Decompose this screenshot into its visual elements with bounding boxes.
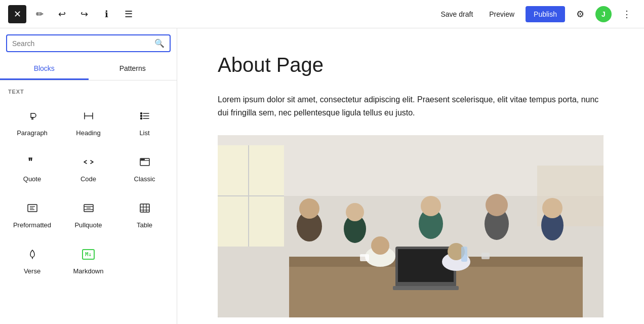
block-table[interactable]: Table — [116, 191, 173, 237]
pullquote-label: Pullquote — [74, 221, 102, 229]
svg-point-4 — [140, 115, 142, 117]
search-box: 🔍 — [6, 34, 171, 52]
close-button[interactable]: ✕ — [8, 5, 26, 23]
code-label: Code — [80, 175, 96, 183]
pullquote-icon — [79, 199, 98, 217]
heading-label: Heading — [76, 129, 100, 137]
preview-button[interactable]: Preview — [484, 7, 519, 21]
undo-button[interactable]: ↩ — [53, 5, 71, 23]
svg-point-3 — [140, 113, 142, 114]
main-content: 🔍 Blocks Patterns TEXT Paragraph Heading — [0, 28, 644, 324]
menu-icon: ☰ — [125, 9, 133, 20]
edit-button[interactable]: ✏ — [30, 5, 49, 23]
svg-rect-37 — [393, 286, 459, 290]
publish-button[interactable]: Publish — [526, 6, 565, 22]
block-list[interactable]: List — [116, 99, 173, 145]
block-quote[interactable]: " Quote — [4, 145, 60, 191]
preformatted-label: Preformatted — [13, 221, 51, 229]
blocks-grid: Paragraph Heading List " — [0, 99, 177, 283]
page-title: About Page — [218, 53, 603, 77]
info-button[interactable]: ℹ — [97, 5, 115, 23]
classic-icon — [136, 153, 154, 171]
table-label: Table — [137, 221, 152, 229]
search-input[interactable] — [12, 39, 150, 48]
svg-point-9 — [141, 159, 142, 160]
more-button[interactable]: ⋮ — [618, 5, 636, 23]
block-heading[interactable]: Heading — [60, 99, 116, 145]
markdown-label: Markdown — [73, 267, 104, 275]
markdown-icon: M↓ — [79, 245, 98, 263]
info-icon: ℹ — [105, 9, 108, 20]
svg-point-49 — [371, 236, 389, 255]
toolbar-left: ✕ ✏ ↩ ↪ ℹ ☰ — [8, 5, 138, 23]
block-preformatted[interactable]: Preformatted — [4, 191, 60, 237]
quote-label: Quote — [23, 175, 41, 183]
svg-point-47 — [542, 198, 562, 218]
paragraph-icon — [23, 107, 42, 125]
quote-icon: " — [23, 153, 42, 171]
paragraph-label: Paragraph — [17, 129, 48, 137]
svg-point-45 — [486, 194, 508, 216]
save-draft-button[interactable]: Save draft — [435, 7, 478, 21]
search-icon: 🔍 — [154, 38, 165, 48]
close-icon: ✕ — [14, 9, 21, 20]
settings-icon: ⚙ — [576, 9, 584, 20]
toolbar-right: Save draft Preview Publish ⚙ J ⋮ — [435, 5, 636, 23]
redo-button[interactable]: ↪ — [75, 5, 93, 23]
page-image — [218, 135, 603, 317]
list-icon — [136, 107, 154, 125]
svg-rect-52 — [360, 254, 369, 261]
svg-rect-20 — [140, 204, 149, 212]
redo-icon: ↪ — [80, 9, 88, 20]
verse-label: Verse — [24, 267, 41, 275]
block-verse[interactable]: Verse — [4, 237, 60, 283]
avatar[interactable]: J — [595, 6, 612, 22]
svg-text:": " — [28, 156, 32, 167]
svg-rect-54 — [461, 247, 467, 262]
more-icon: ⋮ — [622, 9, 631, 20]
block-markdown[interactable]: M↓ Markdown — [60, 237, 116, 283]
classic-label: Classic — [134, 175, 155, 183]
svg-point-41 — [346, 203, 364, 221]
svg-point-39 — [299, 198, 319, 219]
block-classic[interactable]: Classic — [116, 145, 173, 191]
settings-button[interactable]: ⚙ — [571, 5, 589, 23]
tabs: Blocks Patterns — [0, 58, 177, 80]
sidebar: 🔍 Blocks Patterns TEXT Paragraph Heading — [0, 28, 177, 324]
tab-patterns[interactable]: Patterns — [89, 58, 177, 80]
svg-rect-53 — [481, 253, 490, 259]
menu-button[interactable]: ☰ — [119, 5, 138, 23]
code-icon — [79, 153, 98, 171]
toolbar: ✕ ✏ ↩ ↪ ℹ ☰ Save draft Preview Publish ⚙… — [0, 0, 644, 28]
svg-point-5 — [140, 118, 142, 119]
undo-icon: ↩ — [58, 9, 66, 20]
block-code[interactable]: Code — [60, 145, 116, 191]
editor[interactable]: About Page Lorem ipsum dolor sit amet, c… — [177, 28, 644, 324]
edit-icon: ✏ — [36, 9, 44, 20]
list-label: List — [139, 129, 149, 137]
verse-icon — [23, 245, 42, 263]
page-body: Lorem ipsum dolor sit amet, consectetur … — [218, 93, 603, 119]
svg-point-10 — [142, 159, 143, 160]
preformatted-icon — [23, 199, 42, 217]
section-label-text: TEXT — [0, 80, 177, 99]
block-pullquote[interactable]: Pullquote — [60, 191, 116, 237]
table-icon — [136, 199, 154, 217]
svg-point-43 — [421, 196, 441, 216]
heading-icon — [79, 107, 98, 125]
tab-blocks[interactable]: Blocks — [0, 58, 89, 80]
svg-point-11 — [143, 159, 144, 160]
block-paragraph[interactable]: Paragraph — [4, 99, 60, 145]
